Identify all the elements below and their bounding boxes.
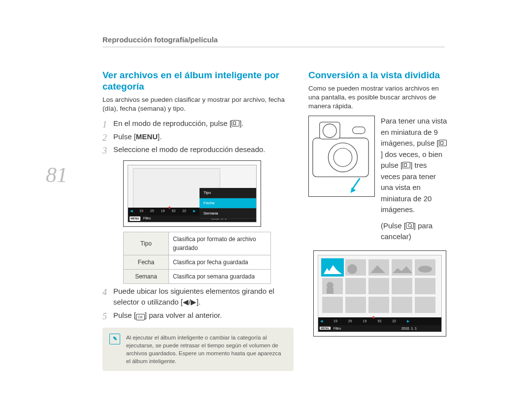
arrow-right-icon: ▶ — [407, 319, 409, 323]
filter-table: Tipo Clasifica por formato de archivo gu… — [123, 232, 271, 284]
lcd-preview-2: ◀ 19 25 19 53 22 ▶ MENU Filtro 2010. 1. … — [313, 250, 446, 337]
step-2: Pulse [MENU]. — [102, 131, 294, 143]
arrow-right-icon: ▶ — [193, 209, 196, 214]
cell-key: Tipo — [124, 232, 169, 255]
strip-n1: 19 — [139, 209, 143, 214]
magnifier-icon — [406, 222, 414, 229]
thumb-4 — [392, 259, 412, 276]
step-5-text-a: Pulse [ — [113, 311, 136, 319]
lcd2-strip: ◀ 19 25 19 53 22 ▶ — [318, 317, 441, 325]
ok-button-icon: OK — [136, 314, 145, 320]
arrow-left-icon: ◀ — [130, 209, 133, 214]
left-column: Ver archivos en el álbum inteligente por… — [102, 59, 294, 371]
cell-key: Semana — [124, 269, 169, 283]
desc-a: Para tener una vista en miniatura de 9 i… — [381, 117, 447, 147]
table-row: Tipo Clasifica por formato de archivo gu… — [124, 232, 271, 255]
cell-key: Fecha — [124, 255, 169, 269]
right-heading: Conversión a la vista dividida — [308, 70, 447, 81]
thumb-13 — [368, 297, 389, 313]
thumb-10 — [415, 278, 435, 294]
thumb-3 — [368, 259, 389, 276]
thumb-8 — [368, 278, 389, 294]
thumb-14 — [392, 297, 412, 313]
step-1-text-a: En el modo de reproducción, pulse [ — [113, 119, 232, 127]
cell-val: Clasifica por formato de archivo guardad… — [169, 232, 271, 255]
thumb-11 — [322, 297, 343, 313]
thumb-7 — [345, 278, 366, 294]
thumb-15 — [415, 297, 435, 313]
svg-point-4 — [333, 149, 352, 167]
note-text: Al ejecutar el álbum inteligente o cambi… — [126, 334, 287, 365]
lcd-filtro-label: Filtro — [143, 216, 151, 221]
dropdown-semana: Semana — [200, 209, 256, 219]
strip-n1: 19 — [333, 319, 337, 323]
thumb-5 — [415, 259, 435, 276]
thumb-12 — [345, 297, 366, 313]
right-column: Conversión a la vista dividida Como se p… — [308, 59, 447, 371]
strip-n5: 22 — [392, 319, 396, 323]
arrows-label: ◀/▶ — [183, 298, 197, 306]
thumb-6 — [322, 278, 343, 294]
left-heading: Ver archivos en el álbum inteligente por… — [102, 70, 294, 93]
lcd2-bottom-bar: MENU Filtro 2010. 1. 1 — [318, 325, 441, 332]
thumb-2 — [345, 259, 366, 276]
step-4-text-b: ]. — [197, 298, 200, 306]
strip-marker-icon — [372, 316, 375, 319]
right-intro: Como se pueden mostrar varios archivos e… — [308, 84, 447, 111]
strip-n3: 19 — [363, 319, 367, 323]
menu-label: MENU — [136, 132, 158, 141]
arrow-left-icon: ◀ — [320, 319, 323, 323]
step-3-text: Seleccione el modo de reproducción desea… — [113, 145, 266, 154]
strip-n2: 25 — [348, 319, 352, 323]
cell-val: Clasifica por fecha guardada — [169, 255, 271, 269]
svg-point-9 — [327, 282, 333, 289]
svg-point-7 — [347, 264, 357, 274]
thumb-9 — [392, 278, 412, 294]
svg-point-8 — [418, 266, 432, 273]
svg-point-2 — [323, 124, 337, 138]
note-icon: ✎ — [109, 334, 120, 344]
lcd-preview-1: Tipo Fecha Semana ◀ 19 25 19 53 22 — [123, 160, 261, 227]
strip-n4: 53 — [377, 319, 381, 323]
strip-n5: 22 — [182, 209, 186, 214]
table-row: Semana Clasifica por semana guardada — [124, 269, 271, 283]
note-box: ✎ Al ejecutar el álbum inteligente o cam… — [102, 328, 294, 371]
lcd2-date: 2010. 1. 1 — [401, 327, 417, 330]
camera-illustration — [308, 116, 375, 197]
thumbnail-icon — [232, 120, 239, 126]
thumbnail-icon — [439, 140, 447, 146]
dropdown-fecha: Fecha — [200, 198, 256, 209]
svg-rect-5 — [353, 127, 366, 134]
strip-n2: 25 — [150, 209, 154, 214]
strip-n3: 19 — [161, 209, 165, 214]
thumbnail-icon — [402, 162, 410, 168]
step-1-text-b: ]. — [239, 119, 243, 127]
table-row: Fecha Clasifica por fecha guardada — [124, 255, 271, 269]
step-4: Puede ubicar los siguientes elementos gi… — [102, 286, 294, 308]
svg-rect-10 — [327, 288, 333, 294]
filter-dropdown: Tipo Fecha Semana — [200, 188, 256, 219]
step-1: En el modo de reproducción, pulse []. — [102, 118, 294, 129]
thumb-1-selected — [322, 259, 343, 276]
cell-val: Clasifica por semana guardada — [169, 269, 271, 283]
lcd2-filtro-label: Filtro — [333, 327, 341, 330]
lcd2-menu-btn: MENU — [320, 327, 331, 330]
lcd-menu-btn: MENU — [130, 216, 140, 221]
steps-list: En el modo de reproducción, pulse []. Pu… — [102, 118, 294, 321]
step-2-text-b: ]. — [158, 132, 162, 141]
left-intro: Los archivos se pueden clasificar y most… — [102, 95, 294, 113]
section-header: Reproducción fotografía/película — [102, 35, 445, 47]
thumbnail-grid — [322, 259, 435, 313]
step-2-text-a: Pulse [ — [113, 132, 136, 141]
step-5-text-b: ] para volver al anterior. — [145, 311, 222, 319]
dropdown-tipo: Tipo — [200, 188, 256, 198]
page-number: 81 — [46, 162, 67, 187]
cancel-a: (Pulse [ — [381, 221, 406, 230]
strip-n4: 53 — [171, 209, 175, 214]
step-5: Pulse [OK] para volver al anterior. — [102, 310, 294, 321]
right-desc: Para tener una vista en miniatura de 9 i… — [381, 116, 447, 243]
step-3: Seleccione el modo de reproducción desea… — [102, 144, 294, 284]
